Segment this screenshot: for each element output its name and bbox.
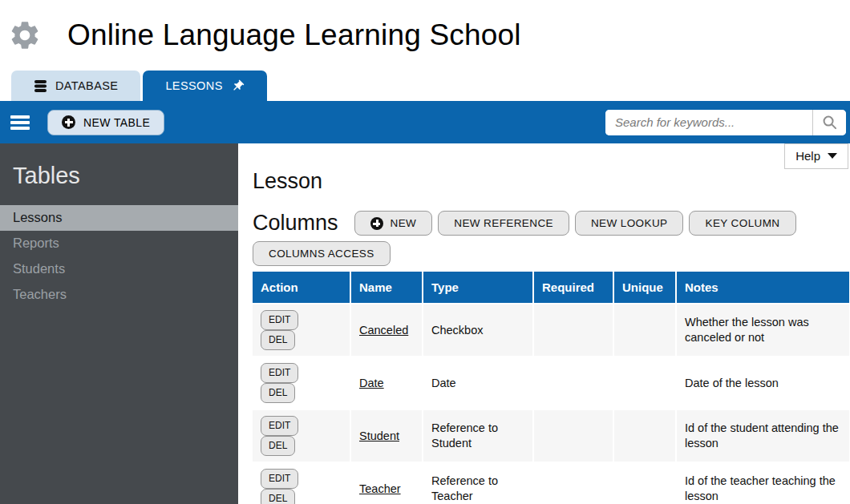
column-link[interactable]: Student <box>359 429 399 442</box>
new-table-label: NEW TABLE <box>83 116 150 129</box>
table-header-row: Action Name Type Required Unique Notes <box>253 272 850 304</box>
required-cell <box>533 409 613 462</box>
page-title: Online Language Learning School <box>67 18 521 52</box>
new-lookup-label: NEW LOOKUP <box>591 217 668 229</box>
search-box <box>605 110 846 135</box>
new-column-label: NEW <box>391 217 417 229</box>
columns-access-button[interactable]: COLUMNS ACCESS <box>253 241 391 266</box>
edit-button[interactable]: EDIT <box>261 469 298 489</box>
new-lookup-button[interactable]: NEW LOOKUP <box>575 211 684 236</box>
new-column-button[interactable]: NEW <box>354 211 433 236</box>
new-table-button[interactable]: NEW TABLE <box>47 110 164 135</box>
unique-cell <box>613 304 676 357</box>
action-cell: EDITDEL <box>253 357 350 409</box>
help-label: Help <box>795 149 820 163</box>
table-row: EDITDEL Teacher Reference to Teacher Id … <box>253 462 850 504</box>
notes-cell: Id of the student attending the lesson <box>676 409 850 462</box>
new-reference-button[interactable]: NEW REFERENCE <box>438 211 569 236</box>
required-cell <box>533 304 613 357</box>
search-input[interactable] <box>605 110 812 135</box>
tab-database[interactable]: DATABASE <box>11 71 140 101</box>
column-link[interactable]: Canceled <box>359 324 408 337</box>
key-column-button[interactable]: KEY COLUMN <box>689 211 795 236</box>
notes-cell: Whether the lesson was canceled or not <box>676 304 850 357</box>
plus-icon <box>370 217 383 230</box>
type-cell: Checkbox <box>423 304 533 357</box>
table-page-title: Lesson <box>253 169 850 194</box>
chevron-down-icon <box>828 153 837 159</box>
columns-access-row: COLUMNS ACCESS <box>253 241 850 266</box>
column-link[interactable]: Teacher <box>359 482 401 495</box>
delete-button[interactable]: DEL <box>261 330 295 350</box>
search-icon <box>822 115 837 130</box>
column-link[interactable]: Date <box>359 377 384 389</box>
table-row: EDITDEL Canceled Checkbox Whether the le… <box>253 304 850 357</box>
type-cell: Reference to Student <box>423 409 533 462</box>
columns-access-label: COLUMNS ACCESS <box>269 248 374 260</box>
table-row: EDITDEL Date Date Date of the lesson <box>253 357 850 409</box>
sidebar-item-reports[interactable]: Reports <box>0 231 238 256</box>
unique-cell <box>613 462 676 504</box>
required-cell <box>533 462 613 504</box>
notes-cell: Date of the lesson <box>676 357 850 409</box>
sidebar: Tables Lessons Reports Students Teachers <box>0 143 238 504</box>
columns-table: Action Name Type Required Unique Notes E… <box>253 272 850 504</box>
header-type: Type <box>423 272 533 304</box>
edit-button[interactable]: EDIT <box>261 416 298 436</box>
search-button[interactable] <box>812 110 846 135</box>
tab-lessons-label: LESSONS <box>165 79 222 92</box>
tab-bar: DATABASE LESSONS <box>0 71 850 101</box>
unique-cell <box>613 409 676 462</box>
tab-lessons[interactable]: LESSONS <box>143 71 266 101</box>
database-icon <box>34 79 47 93</box>
sidebar-item-lessons[interactable]: Lessons <box>0 205 238 231</box>
edit-button[interactable]: EDIT <box>261 310 298 330</box>
sidebar-item-students[interactable]: Students <box>0 256 238 282</box>
action-cell: EDITDEL <box>253 462 350 504</box>
pin-icon <box>228 76 247 95</box>
sidebar-item-teachers[interactable]: Teachers <box>0 282 238 308</box>
header-name: Name <box>350 272 423 304</box>
menu-icon[interactable] <box>10 115 30 130</box>
content: Tables Lessons Reports Students Teachers… <box>0 143 850 504</box>
delete-button[interactable]: DEL <box>261 489 295 504</box>
header-unique: Unique <box>613 272 676 304</box>
columns-heading: Columns <box>253 211 338 236</box>
app-header: Online Language Learning School <box>0 0 850 71</box>
required-cell <box>533 357 613 409</box>
name-cell: Student <box>350 409 423 462</box>
action-cell: EDITDEL <box>253 409 350 462</box>
tab-database-label: DATABASE <box>55 79 118 92</box>
name-cell: Canceled <box>350 304 423 357</box>
header-action: Action <box>253 272 350 304</box>
name-cell: Date <box>350 357 423 409</box>
new-reference-label: NEW REFERENCE <box>454 217 553 229</box>
delete-button[interactable]: DEL <box>261 436 295 456</box>
columns-toolbar: Columns NEW NEW REFERENCE NEW LOOKUP KEY… <box>253 211 850 236</box>
edit-button[interactable]: EDIT <box>261 363 298 383</box>
table-row: EDITDEL Student Reference to Student Id … <box>253 409 850 462</box>
type-cell: Reference to Teacher <box>423 462 533 504</box>
main-panel: Help Lesson Columns NEW NEW REFERENCE NE… <box>238 143 850 504</box>
unique-cell <box>613 357 676 409</box>
delete-button[interactable]: DEL <box>261 383 295 403</box>
header-notes: Notes <box>676 272 850 304</box>
key-column-label: KEY COLUMN <box>705 217 779 229</box>
plus-icon <box>62 115 75 129</box>
gear-icon <box>8 18 42 52</box>
help-dropdown[interactable]: Help <box>784 143 848 169</box>
toolbar: NEW TABLE <box>0 101 850 143</box>
action-cell: EDITDEL <box>253 304 350 357</box>
name-cell: Teacher <box>350 462 423 504</box>
sidebar-title: Tables <box>0 143 238 205</box>
notes-cell: Id of the teacher teaching the lesson <box>676 462 850 504</box>
header-required: Required <box>533 272 613 304</box>
type-cell: Date <box>423 357 533 409</box>
